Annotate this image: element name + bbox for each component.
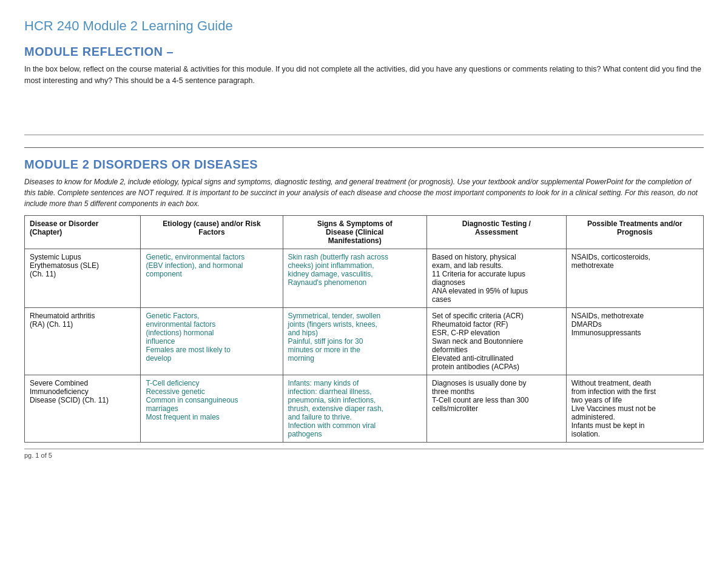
table-row: Systemic Lupus Erythematosus (SLE) (Ch. … bbox=[25, 249, 704, 307]
module2-section: Module 2 Disorders or Diseases Diseases … bbox=[24, 158, 704, 443]
cell-disease: Rheumatoid arthritis (RA) (Ch. 11) bbox=[25, 307, 141, 375]
cell-etiology: T-Cell deficiency Recessive genetic Comm… bbox=[141, 375, 283, 442]
table-row: Rheumatoid arthritis (RA) (Ch. 11)Geneti… bbox=[25, 307, 704, 375]
col-header-signs: Signs & Symptoms ofDisease (ClinicalMani… bbox=[283, 215, 427, 249]
cell-disease: Severe Combined Immunodeficiency Disease… bbox=[25, 375, 141, 442]
table-header-row: Disease or Disorder(Chapter) Etiology (c… bbox=[25, 215, 704, 249]
cell-diagnostic: Based on history, physical exam, and lab… bbox=[427, 249, 567, 307]
cell-etiology: Genetic Factors, environmental factors (… bbox=[141, 307, 283, 375]
table-row: Severe Combined Immunodeficiency Disease… bbox=[25, 375, 704, 442]
disorders-table: Disease or Disorder(Chapter) Etiology (c… bbox=[24, 215, 704, 443]
reflection-heading: Module Reflection – bbox=[24, 45, 704, 59]
reflection-box[interactable] bbox=[24, 93, 704, 135]
page-footer: pg. 1 of 5 bbox=[24, 449, 704, 459]
section-divider bbox=[24, 147, 704, 148]
col-header-etiology: Etiology (cause) and/or RiskFactors bbox=[141, 215, 283, 249]
col-header-disease: Disease or Disorder(Chapter) bbox=[25, 215, 141, 249]
cell-signs: Symmetrical, tender, swollen joints (fin… bbox=[283, 307, 427, 375]
cell-treatment: NSAIDs, corticosteroids, methotrexate bbox=[566, 249, 703, 307]
cell-treatment: NSAIDs, methotrexate DMARDs Immunosuppre… bbox=[566, 307, 703, 375]
module2-instructions: Diseases to know for Module 2, include e… bbox=[24, 176, 704, 209]
cell-treatment: Without treatment, death from infection … bbox=[566, 375, 703, 442]
cell-disease: Systemic Lupus Erythematosus (SLE) (Ch. … bbox=[25, 249, 141, 307]
cell-signs: Skin rash (butterfly rash across cheeks)… bbox=[283, 249, 427, 307]
col-header-treatment: Possible Treatments and/orPrognosis bbox=[566, 215, 703, 249]
cell-diagnostic: Set of specific criteria (ACR) Rheumatoi… bbox=[427, 307, 567, 375]
cell-diagnostic: Diagnoses is usually done by three month… bbox=[427, 375, 567, 442]
module2-heading: Module 2 Disorders or Diseases bbox=[24, 158, 704, 172]
col-header-diagnostic: Diagnostic Testing /Assessment bbox=[427, 215, 567, 249]
cell-etiology: Genetic, environmental factors (EBV infe… bbox=[141, 249, 283, 307]
page-title: HCR 240 Module 2 Learning Guide bbox=[24, 18, 704, 34]
cell-signs: Infants: many kinds of infection: diarrh… bbox=[283, 375, 427, 442]
reflection-text: In the box below, reflect on the course … bbox=[24, 64, 704, 87]
reflection-section: Module Reflection – In the box below, re… bbox=[24, 45, 704, 135]
